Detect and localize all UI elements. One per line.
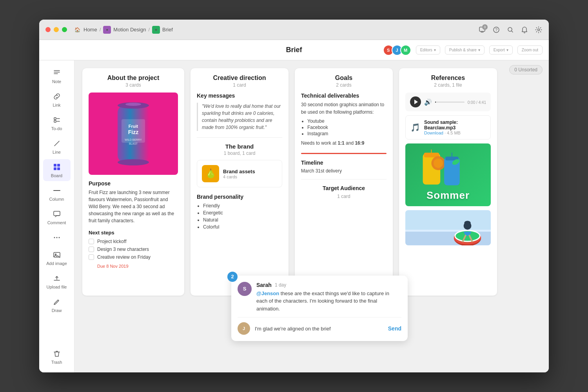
play-button[interactable] xyxy=(410,96,421,107)
platform-youtube: Youtube xyxy=(307,118,387,124)
purpose-title: Purpose xyxy=(89,180,178,187)
sidebar-item-column[interactable]: Column xyxy=(43,183,71,205)
sidebar-item-more[interactable] xyxy=(43,230,71,245)
svg-point-13 xyxy=(56,237,57,238)
purpose-text: Fruit Fizz are launching 3 new summer fl… xyxy=(89,189,178,224)
zoom-label: Zoom out xyxy=(522,48,538,52)
about-title: About the project xyxy=(89,74,178,82)
home-icon[interactable]: 🏠 xyxy=(73,26,81,34)
svg-rect-36 xyxy=(405,210,491,230)
fruit-fizz-image: Fruit Fizz WILD BERRY BLAST xyxy=(89,93,178,175)
about-project-card: About the project 3 cards xyxy=(82,68,184,296)
link-label: Link xyxy=(53,103,60,107)
references-card: References 2 cards, 1 file 🔊 xyxy=(399,68,497,296)
settings-icon[interactable] xyxy=(535,26,543,34)
volume-icon[interactable]: 🔊 xyxy=(424,98,432,106)
trash-label: Trash xyxy=(51,360,62,365)
breadcrumb-brief[interactable]: Brief xyxy=(162,27,173,33)
export-button[interactable]: Export ▾ xyxy=(489,45,513,54)
svg-rect-7 xyxy=(54,164,56,167)
svg-text:BLAST: BLAST xyxy=(129,142,138,145)
tech-deliverables-title: Technical deliverables xyxy=(301,93,387,99)
brand-assets-card[interactable]: 🍐 Brand assets 4 cards xyxy=(197,160,282,187)
traffic-lights xyxy=(45,27,67,32)
header-actions: S J M Editors ▾ Publish & share ▾ Export… xyxy=(383,45,543,56)
svg-text:Fizz: Fizz xyxy=(128,129,138,135)
progress-bar-container[interactable] xyxy=(435,102,465,103)
sidebar-item-trash[interactable]: Trash xyxy=(43,346,71,368)
reply-input[interactable] xyxy=(255,326,383,332)
editors-button[interactable]: Editors ▾ xyxy=(416,45,440,54)
sidebar-item-draw[interactable]: Draw xyxy=(43,294,71,316)
checkbox-1[interactable] xyxy=(89,239,94,244)
motion-icon[interactable]: ● xyxy=(103,26,111,34)
link-icon xyxy=(52,92,62,101)
zoom-button[interactable]: Zoom out xyxy=(517,45,543,54)
page-title: Brief xyxy=(286,46,302,54)
brief-icon[interactable]: ● xyxy=(152,26,160,34)
checklist-label-1: Project kickoff xyxy=(97,239,126,244)
brand-personality-title: Brand personality xyxy=(197,194,282,200)
sound-file-name: Sound sample: Bearclaw.mp3 xyxy=(424,120,486,131)
brand-section-title: The brand xyxy=(197,143,282,150)
platform-facebook: Facebook xyxy=(307,125,387,130)
sort-badge[interactable]: 0 Unsorted xyxy=(509,65,543,74)
sidebar-item-comment[interactable]: Comment xyxy=(43,206,71,228)
quote-text: "We'd love to really dial home that our … xyxy=(202,103,282,131)
close-button[interactable] xyxy=(45,27,51,32)
sidebar: Note Link To-do Line xyxy=(39,60,74,372)
upload-label: Upload file xyxy=(47,285,67,289)
file-size: 4.5 MB xyxy=(447,131,461,135)
maximize-button[interactable] xyxy=(62,27,67,32)
checklist: Project kickoff Design 3 new characters … xyxy=(89,239,178,269)
comment-body: Sarah 1 day @Jenson these are the exact … xyxy=(256,282,401,313)
ratio-2: 16:9 xyxy=(355,140,364,146)
search-icon[interactable] xyxy=(506,26,514,34)
device-icon[interactable]: 0 xyxy=(478,26,486,34)
column-label: Column xyxy=(49,197,64,201)
minimize-button[interactable] xyxy=(54,27,59,32)
sidebar-item-todo[interactable]: To-do xyxy=(43,112,71,134)
sidebar-item-note[interactable]: Note xyxy=(43,65,71,87)
svg-point-19 xyxy=(118,159,149,165)
checkbox-2[interactable] xyxy=(89,247,94,252)
svg-point-14 xyxy=(58,237,60,238)
platform-instagram: Instagram xyxy=(307,131,387,136)
line-label: Line xyxy=(53,150,61,154)
next-steps-title: Next steps xyxy=(89,230,178,236)
comment-time: 1 day xyxy=(275,282,286,288)
sidebar-item-upload[interactable]: Upload file xyxy=(43,270,71,292)
sidebar-item-line[interactable]: Line xyxy=(43,136,71,158)
comment-author: Sarah xyxy=(256,282,272,288)
breadcrumb-motion[interactable]: Motion Design xyxy=(113,27,146,33)
comment-text: @Jenson these are the exact things we'd … xyxy=(256,290,401,313)
creative-direction-card: Creative direction 1 card Key messages "… xyxy=(191,68,289,296)
breadcrumb-home[interactable]: Home xyxy=(83,27,97,33)
svg-point-25 xyxy=(125,103,141,106)
creative-title: Creative direction xyxy=(197,74,282,82)
download-link[interactable]: Download xyxy=(424,131,443,135)
checklist-item-3: Creative review on Friday xyxy=(89,254,178,260)
checklist-label-3: Creative review on Friday xyxy=(97,254,151,260)
comment-mention[interactable]: @Jenson xyxy=(256,290,279,296)
sidebar-item-add-image[interactable]: Add image xyxy=(43,247,71,269)
svg-rect-10 xyxy=(57,167,60,170)
breadcrumb: 🏠 Home / ● Motion Design / ● Brief xyxy=(73,26,173,34)
comment-overlay: 2 S Sarah 1 day @Jenson these are the ex… xyxy=(231,276,408,341)
about-card-header: About the project 3 cards xyxy=(89,74,178,88)
svg-rect-9 xyxy=(54,167,56,170)
sidebar-item-board[interactable]: Board xyxy=(43,159,71,181)
notification-icon[interactable] xyxy=(521,26,528,34)
divider-1 xyxy=(197,137,282,138)
checkbox-3[interactable] xyxy=(89,254,94,260)
audio-time: 0:00 / 4:41 xyxy=(468,100,486,105)
sidebar-item-link[interactable]: Link xyxy=(43,89,71,111)
quote-block: "We'd love to really dial home that our … xyxy=(197,103,282,131)
main-layout: Note Link To-do Line xyxy=(39,60,549,372)
publish-share-button[interactable]: Publish & share ▾ xyxy=(445,45,485,54)
red-divider xyxy=(301,153,387,154)
comment-header: Sarah 1 day xyxy=(256,282,401,288)
help-icon[interactable]: ? xyxy=(492,26,500,34)
personality-item-4: Colorful xyxy=(203,224,282,230)
send-button[interactable]: Send xyxy=(388,325,401,332)
